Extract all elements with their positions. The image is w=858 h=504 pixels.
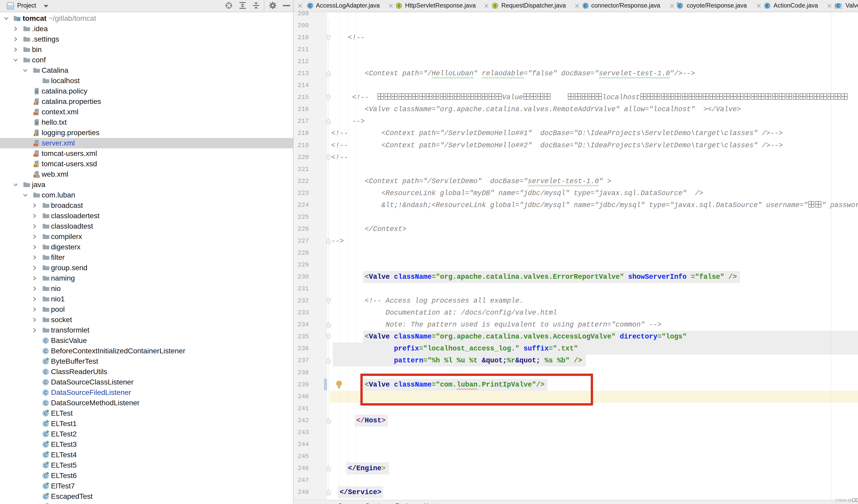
svg-text:xs: xs [34, 164, 38, 167]
svg-text:I: I [494, 3, 496, 8]
svg-text:C: C [44, 401, 47, 406]
svg-text:C: C [44, 390, 47, 395]
svg-text:<>: <> [34, 112, 38, 116]
svg-text:C: C [678, 3, 681, 8]
svg-text:C: C [44, 338, 47, 343]
svg-text:E: E [766, 3, 768, 8]
svg-text:C: C [44, 380, 47, 385]
svg-text:C: C [837, 4, 840, 8]
svg-text:C: C [44, 348, 47, 354]
svg-text:<>: <> [34, 153, 38, 158]
svg-text:C: C [308, 3, 312, 8]
svg-text:<: < [34, 174, 36, 178]
svg-text:): ) [841, 2, 842, 9]
svg-text:C: C [44, 370, 47, 375]
svg-text:C: C [584, 3, 587, 8]
svg-text:I: I [398, 3, 400, 8]
svg-text:<>: <> [34, 143, 38, 147]
